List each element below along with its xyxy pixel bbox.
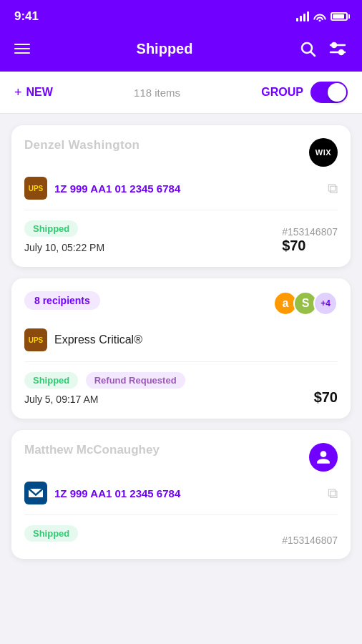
status-badge-3: Shipped [24,525,78,542]
tracking-left-1: UPS 1Z 999 AA1 01 2345 6784 [24,177,180,200]
tracking-row-3: 1Z 999 AA1 01 2345 6784 ⧉ [24,482,338,515]
tracking-left-3: 1Z 999 AA1 01 2345 6784 [24,482,180,504]
copy-icon-3[interactable]: ⧉ [328,485,338,502]
card-2-header: 8 recipients a S +4 [24,291,338,318]
header: Shipped [0,31,362,72]
new-label: NEW [26,86,53,99]
search-icon [299,40,316,57]
ups-label-2: UPS [29,336,44,344]
new-button[interactable]: + NEW [14,85,53,100]
shipment-card-2[interactable]: 8 recipients a S +4 UPS Express Critical… [11,278,351,419]
card-2-price: $70 [314,389,338,406]
group-toggle-container: GROUP [261,82,348,103]
tracking-number-3: 1Z 999 AA1 01 2345 6784 [54,487,180,499]
card-1-price: $70 [282,238,338,254]
filter-button[interactable] [328,40,348,57]
recipient-name-3: Matthew McConaughey [24,443,160,457]
usps-icon [29,487,43,499]
user-icon [315,449,331,465]
plus-icon: + [14,85,22,100]
card-3-status: Shipped [24,525,78,546]
toggle-knob [328,83,346,102]
card-1-header: Denzel Washington WIX [24,138,338,167]
status-bar: 9:41 [0,0,362,31]
card-1-footer: Shipped July 10, 05:22 PM #153146807 $70 [24,220,338,254]
platform-icons: a S +4 [273,291,338,316]
status-badge-1: Shipped [24,220,78,237]
card-3-order-section: #153146807 [282,535,338,546]
filter-icon [328,40,348,57]
usps-carrier-badge-3 [24,482,47,504]
ups-carrier-badge-2: UPS [24,328,47,351]
recipients-badge: 8 recipients [24,291,100,310]
card-2-status: Shipped Refund Requested July 5, 09:17 A… [24,372,185,406]
hamburger-icon [14,44,30,54]
svg-point-4 [332,43,336,47]
order-number-1: #153146807 [282,226,338,238]
ups-carrier-badge-1: UPS [24,177,47,200]
order-number-3: #153146807 [282,535,338,546]
status-badge-2: Shipped [24,372,78,389]
item-count: 118 items [53,87,261,99]
card-1-date: July 10, 05:22 PM [24,242,104,253]
tracking-row-1: UPS 1Z 999 AA1 01 2345 6784 ⧉ [24,177,338,210]
search-button[interactable] [299,40,316,57]
purple-platform-avatar [309,443,338,472]
more-platforms-icon: +4 [313,291,338,316]
card-3-footer: Shipped #153146807 [24,525,338,546]
copy-icon-1[interactable]: ⧉ [328,180,338,197]
card-1-status: Shipped July 10, 05:22 PM [24,220,104,254]
toolbar: + NEW 118 items GROUP [0,72,362,114]
page-title: Shipped [137,41,193,57]
card-3-header: Matthew McConaughey [24,443,338,472]
wifi-icon [313,12,326,21]
status-time: 9:41 [14,9,39,24]
group-label: GROUP [261,86,303,99]
card-2-footer: Shipped Refund Requested July 5, 09:17 A… [24,372,338,406]
shipment-card-1[interactable]: Denzel Washington WIX UPS 1Z 999 AA1 01 … [11,125,351,267]
card-2-date: July 5, 09:17 AM [24,394,99,405]
recipient-name-1: Denzel Washington [24,138,140,152]
card-1-price-section: #153146807 $70 [282,226,338,254]
battery-icon [331,12,348,21]
service-row-2: UPS Express Critical® [24,328,338,362]
tracking-number-1: 1Z 999 AA1 01 2345 6784 [54,182,180,195]
shipment-card-3[interactable]: Matthew McConaughey 1Z 999 AA1 01 2345 6… [11,430,351,559]
header-left [14,44,30,54]
header-right [299,40,348,57]
wix-platform-badge: WIX [309,138,338,167]
card-2-price-section: $70 [314,389,338,406]
svg-line-1 [310,52,315,57]
signal-icon [296,11,309,21]
cards-container: Denzel Washington WIX UPS 1Z 999 AA1 01 … [0,114,362,570]
group-toggle[interactable] [310,82,348,103]
refund-badge-2: Refund Requested [86,372,185,389]
status-icons [296,11,348,21]
service-name-2: Express Critical® [54,333,142,346]
ups-label-1: UPS [29,185,44,192]
menu-button[interactable] [14,44,30,54]
svg-point-5 [339,50,343,54]
